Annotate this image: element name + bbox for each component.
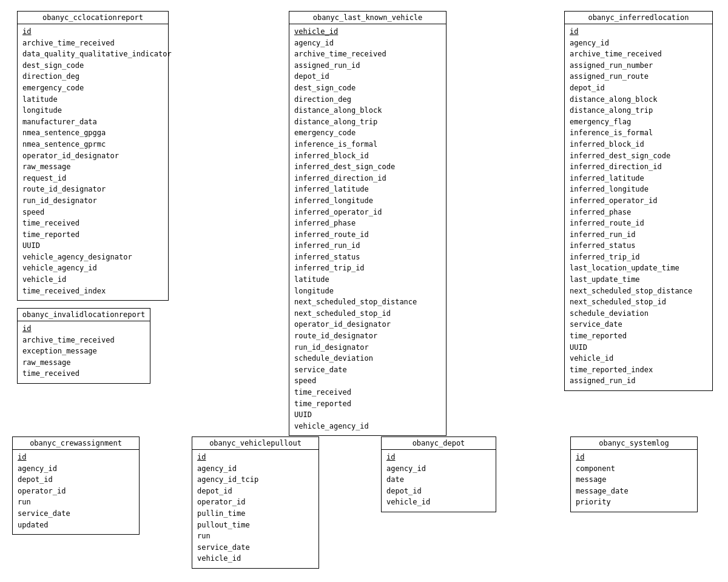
table-field: agency_id [18, 463, 134, 475]
diagram-container: obanyc_cclocationreportidarchive_time_re… [0, 0, 728, 582]
table-field: depot_id [294, 71, 441, 82]
table-field: id [570, 26, 707, 38]
table-field: data_quality_qualitative_indicator [22, 48, 163, 60]
table-field: assigned_run_id [570, 375, 707, 387]
table-field: operator_id [197, 497, 314, 508]
table-field: next_scheduled_stop_id [294, 308, 441, 319]
table-field: component [576, 463, 692, 475]
table-field: updated [18, 520, 134, 531]
table-field: inferred_trip_id [294, 263, 441, 274]
table-field: dest_sign_code [294, 82, 441, 94]
table-field: latitude [294, 274, 441, 286]
table-field: id [386, 452, 491, 463]
table-field: vehicle_id [22, 274, 163, 286]
table-field: agency_id [386, 463, 491, 475]
table-fields-last_known_vehicle: vehicle_idagency_idarchive_time_received… [289, 24, 446, 435]
table-field: depot_id [570, 82, 707, 94]
table-field: service_date [18, 508, 134, 520]
table-field: archive_time_received [22, 38, 163, 49]
table-field: distance_along_block [294, 105, 441, 116]
table-vehiclepullout: obanyc_vehiclepulloutidagency_idagency_i… [192, 436, 319, 569]
table-fields-systemlog: idcomponentmessagemessage_datepriority [571, 450, 697, 512]
table-fields-inferredlocation: idagency_idarchive_time_receivedassigned… [565, 24, 712, 390]
table-field: inferred_longitude [570, 184, 707, 195]
table-last_known_vehicle: obanyc_last_known_vehiclevehicle_idagenc… [289, 11, 447, 436]
table-field: UUID [570, 342, 707, 353]
table-field: id [576, 452, 692, 463]
table-field: raw_message [22, 161, 163, 173]
table-field: time_received [22, 218, 163, 229]
table-field: depot_id [197, 486, 314, 497]
table-field: nmea_sentence_gprmc [22, 139, 163, 150]
table-title-vehiclepullout: obanyc_vehiclepullout [192, 437, 318, 450]
table-field: vehicle_id [386, 497, 491, 508]
table-field: distance_along_trip [570, 105, 707, 116]
table-field: assigned_run_route [570, 71, 707, 82]
table-field: speed [294, 375, 441, 387]
table-title-invalidlocationreport: obanyc_invalidlocationreport [18, 309, 150, 321]
table-field: service_date [570, 319, 707, 330]
table-title-cclocationreport: obanyc_cclocationreport [18, 12, 168, 24]
table-field: nmea_sentence_gpgga [22, 127, 163, 139]
table-field: time_reported [22, 229, 163, 241]
table-field: next_scheduled_stop_distance [294, 296, 441, 308]
table-field: route_id_designator [294, 330, 441, 342]
table-field: priority [576, 497, 692, 508]
table-field: time_reported_index [570, 364, 707, 376]
table-field: inferred_dest_sign_code [570, 150, 707, 162]
table-field: vehicle_agency_designator [22, 252, 163, 263]
table-field: inferred_block_id [570, 139, 707, 150]
table-field: message_date [576, 486, 692, 497]
table-field: inference_is_formal [570, 127, 707, 139]
table-field: run_id_designator [294, 342, 441, 353]
table-field: longitude [294, 286, 441, 297]
table-title-systemlog: obanyc_systemlog [571, 437, 697, 450]
table-field: schedule_deviation [294, 353, 441, 364]
table-title-last_known_vehicle: obanyc_last_known_vehicle [289, 12, 446, 24]
table-field: pullout_time [197, 520, 314, 531]
table-field: depot_id [386, 486, 491, 497]
table-field: agency_id [197, 463, 314, 475]
table-field: inferred_status [294, 252, 441, 263]
table-fields-depot: idagency_iddatedepot_idvehicle_id [382, 450, 496, 512]
table-field: distance_along_trip [294, 116, 441, 128]
table-field: route_id_designator [22, 184, 163, 195]
table-field: id [197, 452, 314, 463]
table-field: inferred_latitude [570, 173, 707, 184]
table-field: agency_id [570, 38, 707, 49]
table-field: message [576, 474, 692, 486]
table-fields-crewassignment: idagency_iddepot_idoperator_idrunservice… [13, 450, 139, 534]
table-field: agency_id [294, 38, 441, 49]
table-field: inference_is_formal [294, 139, 441, 150]
table-field: run [18, 497, 134, 508]
table-field: pullin_time [197, 508, 314, 520]
table-field: date [386, 474, 491, 486]
table-field: archive_time_received [570, 48, 707, 60]
table-field: next_scheduled_stop_distance [570, 286, 707, 297]
table-field: emergency_code [294, 127, 441, 139]
table-field: inferred_direction_id [294, 173, 441, 184]
table-field: assigned_run_number [570, 60, 707, 72]
table-field: next_scheduled_stop_id [570, 296, 707, 308]
table-field: longitude [22, 105, 163, 116]
table-field: inferred_latitude [294, 184, 441, 195]
table-field: inferred_phase [294, 218, 441, 229]
table-field: time_received [294, 387, 441, 398]
table-field: vehicle_id [570, 353, 707, 364]
table-field: vehicle_agency_id [22, 263, 163, 274]
table-field: inferred_operator_id [294, 207, 441, 218]
table-field: speed [22, 207, 163, 218]
table-field: inferred_run_id [570, 229, 707, 241]
table-field: vehicle_agency_id [294, 421, 441, 432]
table-invalidlocationreport: obanyc_invalidlocationreportidarchive_ti… [17, 308, 150, 384]
table-field: inferred_operator_id [570, 195, 707, 207]
table-field: run [197, 530, 314, 542]
table-field: UUID [294, 409, 441, 421]
table-field: operator_id_designator [294, 319, 441, 330]
table-field: inferred_phase [570, 207, 707, 218]
table-field: schedule_deviation [570, 308, 707, 319]
table-systemlog: obanyc_systemlogidcomponentmessagemessag… [570, 436, 698, 512]
table-field: raw_message [22, 357, 145, 369]
table-field: last_update_time [570, 274, 707, 286]
table-field: time_received_index [22, 286, 163, 297]
